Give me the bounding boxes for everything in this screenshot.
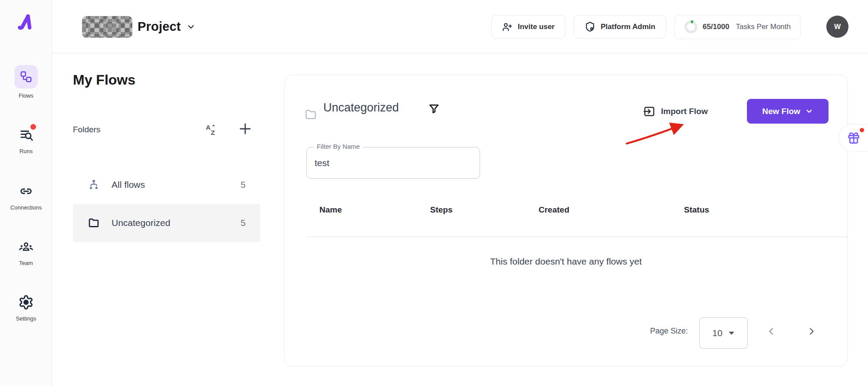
annotation-red-arrow bbox=[624, 118, 694, 147]
tasks-progress-ring bbox=[684, 20, 697, 33]
gear-icon bbox=[18, 294, 34, 310]
user-avatar[interactable]: W bbox=[826, 16, 848, 38]
empty-state-message: This folder doesn't have any flows yet bbox=[285, 256, 847, 267]
icon-rail: Flows Runs Connections bbox=[0, 0, 52, 386]
sidebar-label-settings: Settings bbox=[16, 315, 36, 322]
app-root: Flows Runs Connections bbox=[0, 0, 868, 386]
tasks-per-month-label: Tasks Per Month bbox=[736, 23, 791, 31]
workflow-icon bbox=[20, 70, 33, 83]
team-icon bbox=[19, 239, 33, 254]
all-flows-hierarchy-icon bbox=[88, 179, 100, 191]
sidebar-label-flows: Flows bbox=[19, 92, 33, 99]
project-title: Project bbox=[138, 20, 181, 34]
column-header-steps: Steps bbox=[430, 205, 453, 215]
page-size-value: 10 bbox=[712, 328, 722, 338]
shield-admin-icon bbox=[585, 21, 595, 32]
chevron-right-icon bbox=[806, 325, 818, 337]
page-size-select[interactable]: 10 bbox=[699, 317, 748, 349]
svg-text:A: A bbox=[206, 124, 210, 131]
sidebar-item-flows[interactable]: Flows bbox=[0, 65, 52, 99]
sidebar-item-connections[interactable]: Connections bbox=[0, 182, 52, 211]
project-switcher[interactable]: Project bbox=[82, 0, 196, 53]
column-header-created: Created bbox=[539, 205, 569, 215]
folder-row-count: 5 bbox=[240, 218, 246, 228]
platform-admin-label: Platform Admin bbox=[601, 23, 655, 31]
card-folder-icon bbox=[304, 108, 317, 123]
gift-icon bbox=[847, 131, 861, 145]
sidebar-item-team[interactable]: Team bbox=[0, 238, 52, 266]
runs-notification-dot bbox=[30, 124, 36, 130]
flows-table-card: Uncategorized Import Flow New Flow bbox=[284, 75, 848, 366]
link-icon bbox=[19, 184, 33, 199]
tasks-used-count: 65/1000 bbox=[703, 23, 729, 31]
sort-az-button[interactable]: A Z bbox=[205, 123, 218, 137]
tasks-usage-widget[interactable]: 65/1000 Tasks Per Month bbox=[674, 15, 801, 39]
sidebar-label-connections: Connections bbox=[10, 204, 42, 211]
header-actions: Invite user Platform Admin 65/1000 Tasks… bbox=[491, 0, 848, 53]
folders-section-label: Folders bbox=[73, 125, 100, 134]
select-caret-icon bbox=[728, 331, 735, 335]
sidebar-label-team: Team bbox=[19, 260, 33, 266]
runs-icon bbox=[19, 128, 33, 142]
page-title: My Flows bbox=[73, 72, 135, 88]
invite-user-label: Invite user bbox=[518, 23, 555, 31]
logo-icon bbox=[16, 12, 36, 32]
filter-by-name-field: Filter By Name bbox=[306, 147, 480, 179]
column-header-name: Name bbox=[319, 205, 342, 215]
new-flow-button[interactable]: New Flow bbox=[747, 99, 829, 124]
pagination-prev-button[interactable] bbox=[765, 325, 777, 339]
import-flow-label: Import Flow bbox=[661, 107, 708, 116]
sidebar-item-runs[interactable]: Runs bbox=[0, 126, 52, 154]
top-header: Project Invite user Platform Admin bbox=[53, 0, 868, 53]
project-name-redacted bbox=[82, 16, 132, 38]
folder-row-all-flows[interactable]: All flows 5 bbox=[73, 166, 260, 204]
gift-notification-dot bbox=[860, 128, 864, 132]
import-icon bbox=[643, 105, 655, 118]
pagination-next-button[interactable] bbox=[806, 325, 818, 339]
folder-icon bbox=[88, 217, 100, 229]
filter-by-name-input[interactable] bbox=[315, 154, 471, 173]
import-flow-button[interactable]: Import Flow bbox=[643, 105, 708, 118]
folder-row-count: 5 bbox=[240, 180, 246, 190]
page-size-label: Page Size: bbox=[650, 327, 688, 336]
funnel-icon bbox=[428, 103, 440, 115]
platform-admin-button[interactable]: Platform Admin bbox=[574, 15, 666, 39]
folder-row-label: All flows bbox=[112, 180, 145, 190]
chevron-down-icon bbox=[805, 107, 813, 115]
folder-row-label: Uncategorized bbox=[112, 218, 170, 228]
flows-active-tile bbox=[14, 65, 38, 88]
user-plus-icon bbox=[502, 22, 513, 32]
plus-icon bbox=[238, 121, 253, 136]
svg-text:Z: Z bbox=[211, 129, 215, 136]
activepieces-logo[interactable] bbox=[0, 12, 52, 32]
invite-user-button[interactable]: Invite user bbox=[491, 15, 566, 39]
rewards-gift-tab[interactable] bbox=[838, 124, 868, 152]
chevron-down-icon bbox=[186, 22, 196, 32]
sort-az-icon: A Z bbox=[205, 123, 218, 136]
chevron-left-icon bbox=[765, 325, 777, 337]
filter-field-label: Filter By Name bbox=[314, 143, 363, 150]
sidebar-label-runs: Runs bbox=[20, 148, 33, 154]
table-header-divider bbox=[306, 236, 847, 237]
new-flow-label: New Flow bbox=[762, 107, 800, 116]
card-folder-title: Uncategorized bbox=[323, 101, 399, 114]
sidebar-item-settings[interactable]: Settings bbox=[0, 293, 52, 322]
add-folder-button[interactable] bbox=[238, 121, 253, 138]
folder-row-uncategorized[interactable]: Uncategorized 5 bbox=[73, 204, 260, 242]
filter-funnel-button[interactable] bbox=[428, 103, 440, 117]
column-header-status: Status bbox=[684, 205, 709, 215]
